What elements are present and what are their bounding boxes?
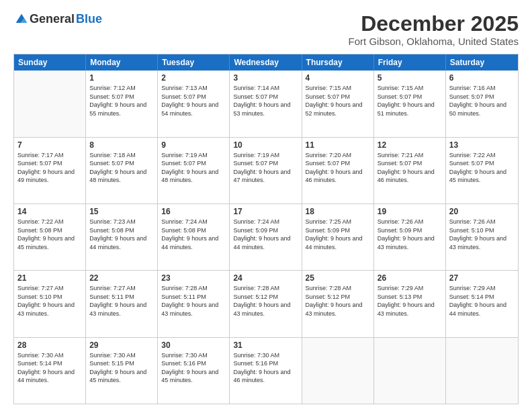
day-number: 14	[17, 207, 82, 216]
calendar-week: 14Sunrise: 7:22 AM Sunset: 5:08 PM Dayli…	[14, 204, 518, 271]
calendar-cell: 14Sunrise: 7:22 AM Sunset: 5:08 PM Dayli…	[14, 204, 86, 270]
day-info: Sunrise: 7:17 AM Sunset: 5:07 PM Dayligh…	[17, 151, 82, 185]
calendar-cell: 15Sunrise: 7:23 AM Sunset: 5:08 PM Dayli…	[86, 204, 158, 270]
day-number: 18	[306, 207, 370, 216]
main-title: December 2025	[349, 12, 519, 36]
calendar-cell: 25Sunrise: 7:28 AM Sunset: 5:12 PM Dayli…	[302, 271, 374, 336]
weekday-header: Thursday	[302, 54, 374, 71]
day-number: 28	[17, 340, 82, 350]
day-info: Sunrise: 7:30 AM Sunset: 5:15 PM Dayligh…	[89, 351, 154, 385]
day-info: Sunrise: 7:29 AM Sunset: 5:14 PM Dayligh…	[449, 284, 515, 318]
page: GeneralBlue December 2025 Fort Gibson, O…	[0, 0, 532, 411]
day-number: 15	[89, 207, 154, 216]
day-number: 1	[89, 73, 154, 83]
calendar-cell: 5Sunrise: 7:15 AM Sunset: 5:07 PM Daylig…	[374, 71, 446, 136]
calendar-cell: 12Sunrise: 7:21 AM Sunset: 5:07 PM Dayli…	[374, 138, 446, 203]
calendar-cell: 1Sunrise: 7:12 AM Sunset: 5:07 PM Daylig…	[86, 71, 158, 136]
day-number: 16	[161, 207, 226, 216]
day-info: Sunrise: 7:21 AM Sunset: 5:07 PM Dayligh…	[378, 151, 442, 185]
calendar-cell: 28Sunrise: 7:30 AM Sunset: 5:14 PM Dayli…	[14, 338, 86, 404]
day-info: Sunrise: 7:12 AM Sunset: 5:07 PM Dayligh…	[89, 84, 154, 118]
calendar-header: SundayMondayTuesdayWednesdayThursdayFrid…	[14, 54, 518, 71]
day-info: Sunrise: 7:24 AM Sunset: 5:09 PM Dayligh…	[233, 218, 298, 251]
calendar-cell	[14, 71, 86, 136]
calendar-week: 28Sunrise: 7:30 AM Sunset: 5:14 PM Dayli…	[14, 338, 518, 404]
title-block: December 2025 Fort Gibson, Oklahoma, Uni…	[349, 12, 519, 47]
day-info: Sunrise: 7:29 AM Sunset: 5:13 PM Dayligh…	[378, 284, 442, 318]
day-info: Sunrise: 7:27 AM Sunset: 5:11 PM Dayligh…	[89, 284, 154, 318]
day-number: 11	[306, 140, 370, 150]
calendar-cell	[302, 338, 374, 404]
calendar-week: 21Sunrise: 7:27 AM Sunset: 5:10 PM Dayli…	[14, 271, 518, 337]
calendar-cell: 8Sunrise: 7:18 AM Sunset: 5:07 PM Daylig…	[86, 138, 158, 203]
day-info: Sunrise: 7:13 AM Sunset: 5:07 PM Dayligh…	[161, 84, 226, 118]
day-number: 24	[233, 273, 298, 283]
day-number: 6	[449, 73, 515, 83]
day-number: 30	[161, 340, 226, 350]
calendar-cell: 13Sunrise: 7:22 AM Sunset: 5:07 PM Dayli…	[446, 138, 518, 203]
weekday-header: Saturday	[446, 54, 518, 71]
day-info: Sunrise: 7:28 AM Sunset: 5:11 PM Dayligh…	[161, 284, 226, 318]
calendar-cell: 17Sunrise: 7:24 AM Sunset: 5:09 PM Dayli…	[230, 204, 302, 270]
calendar-cell: 27Sunrise: 7:29 AM Sunset: 5:14 PM Dayli…	[446, 271, 518, 336]
day-info: Sunrise: 7:30 AM Sunset: 5:16 PM Dayligh…	[161, 351, 226, 385]
header: GeneralBlue December 2025 Fort Gibson, O…	[13, 12, 519, 47]
calendar-week: 7Sunrise: 7:17 AM Sunset: 5:07 PM Daylig…	[14, 138, 518, 204]
day-info: Sunrise: 7:20 AM Sunset: 5:07 PM Dayligh…	[306, 151, 370, 185]
calendar-cell	[374, 338, 446, 404]
day-number: 9	[161, 140, 226, 150]
calendar-cell: 26Sunrise: 7:29 AM Sunset: 5:13 PM Dayli…	[374, 271, 446, 336]
day-info: Sunrise: 7:26 AM Sunset: 5:09 PM Dayligh…	[378, 218, 442, 251]
day-number: 13	[449, 140, 515, 150]
weekday-header: Wednesday	[230, 54, 302, 71]
calendar-cell: 16Sunrise: 7:24 AM Sunset: 5:08 PM Dayli…	[158, 204, 230, 270]
weekday-header: Sunday	[14, 54, 86, 71]
day-info: Sunrise: 7:30 AM Sunset: 5:14 PM Dayligh…	[17, 351, 82, 385]
day-number: 27	[449, 273, 515, 283]
day-number: 8	[89, 140, 154, 150]
day-info: Sunrise: 7:15 AM Sunset: 5:07 PM Dayligh…	[378, 84, 442, 118]
calendar-cell: 23Sunrise: 7:28 AM Sunset: 5:11 PM Dayli…	[158, 271, 230, 336]
day-number: 17	[233, 207, 298, 216]
day-info: Sunrise: 7:24 AM Sunset: 5:08 PM Dayligh…	[161, 218, 226, 251]
day-info: Sunrise: 7:30 AM Sunset: 5:16 PM Dayligh…	[233, 351, 298, 385]
day-number: 22	[89, 273, 154, 283]
subtitle: Fort Gibson, Oklahoma, United States	[349, 36, 519, 47]
day-info: Sunrise: 7:26 AM Sunset: 5:10 PM Dayligh…	[449, 218, 515, 251]
calendar-cell: 31Sunrise: 7:30 AM Sunset: 5:16 PM Dayli…	[230, 338, 302, 404]
day-number: 29	[89, 340, 154, 350]
day-info: Sunrise: 7:19 AM Sunset: 5:07 PM Dayligh…	[233, 151, 298, 185]
day-info: Sunrise: 7:28 AM Sunset: 5:12 PM Dayligh…	[306, 284, 370, 318]
calendar-cell: 29Sunrise: 7:30 AM Sunset: 5:15 PM Dayli…	[86, 338, 158, 404]
calendar-cell: 4Sunrise: 7:15 AM Sunset: 5:07 PM Daylig…	[302, 71, 374, 136]
weekday-header: Monday	[86, 54, 158, 71]
day-number: 31	[233, 340, 298, 350]
day-info: Sunrise: 7:22 AM Sunset: 5:07 PM Dayligh…	[449, 151, 515, 185]
weekday-header: Tuesday	[158, 54, 230, 71]
weekday-header: Friday	[374, 54, 446, 71]
day-info: Sunrise: 7:19 AM Sunset: 5:07 PM Dayligh…	[161, 151, 226, 185]
calendar-cell: 10Sunrise: 7:19 AM Sunset: 5:07 PM Dayli…	[230, 138, 302, 203]
calendar-cell: 18Sunrise: 7:25 AM Sunset: 5:09 PM Dayli…	[302, 204, 374, 270]
calendar-cell: 6Sunrise: 7:16 AM Sunset: 5:07 PM Daylig…	[446, 71, 518, 136]
day-number: 25	[306, 273, 370, 283]
calendar-cell: 19Sunrise: 7:26 AM Sunset: 5:09 PM Dayli…	[374, 204, 446, 270]
calendar-cell: 3Sunrise: 7:14 AM Sunset: 5:07 PM Daylig…	[230, 71, 302, 136]
day-number: 4	[306, 73, 370, 83]
calendar-cell: 9Sunrise: 7:19 AM Sunset: 5:07 PM Daylig…	[158, 138, 230, 203]
calendar-week: 1Sunrise: 7:12 AM Sunset: 5:07 PM Daylig…	[14, 71, 518, 137]
day-number: 21	[17, 273, 82, 283]
day-number: 23	[161, 273, 226, 283]
calendar-cell	[446, 338, 518, 404]
logo-general: General	[30, 12, 75, 26]
calendar-body: 1Sunrise: 7:12 AM Sunset: 5:07 PM Daylig…	[14, 71, 518, 404]
logo-blue: Blue	[76, 12, 102, 26]
day-info: Sunrise: 7:28 AM Sunset: 5:12 PM Dayligh…	[233, 284, 298, 318]
day-number: 10	[233, 140, 298, 150]
calendar-cell: 11Sunrise: 7:20 AM Sunset: 5:07 PM Dayli…	[302, 138, 374, 203]
day-info: Sunrise: 7:22 AM Sunset: 5:08 PM Dayligh…	[17, 218, 82, 251]
day-info: Sunrise: 7:18 AM Sunset: 5:07 PM Dayligh…	[89, 151, 154, 185]
day-info: Sunrise: 7:16 AM Sunset: 5:07 PM Dayligh…	[449, 84, 515, 118]
day-info: Sunrise: 7:15 AM Sunset: 5:07 PM Dayligh…	[306, 84, 370, 118]
day-number: 5	[378, 73, 442, 83]
